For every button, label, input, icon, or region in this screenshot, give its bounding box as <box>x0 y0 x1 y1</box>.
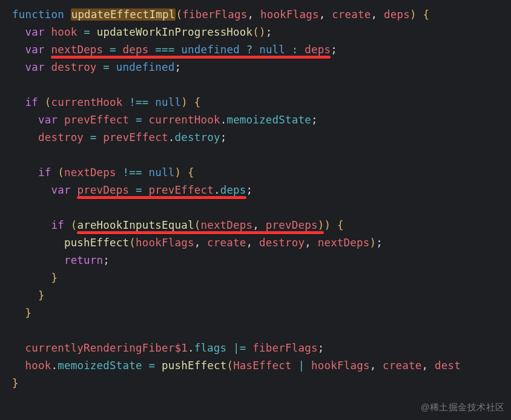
code-line: } <box>12 272 58 284</box>
code-line: } <box>12 307 31 319</box>
code-line <box>12 149 19 161</box>
code-line <box>12 202 19 214</box>
function-name-highlighted: updateEffectImpl <box>71 8 176 21</box>
code-line: return; <box>12 254 110 266</box>
code-line: hook.memoizedState = pushEffect(HasEffec… <box>12 359 461 372</box>
code-line: var prevDeps = prevEffect.deps; <box>12 184 252 196</box>
code-line: var prevEffect = currentHook.memoizedSta… <box>12 114 318 126</box>
watermark-text: @稀土掘金技术社区 <box>421 399 505 416</box>
code-line: if (currentHook !== null) { <box>12 96 201 108</box>
code-block: function updateEffectImpl(fiberFlags, ho… <box>0 0 511 392</box>
code-line: var destroy = undefined; <box>12 61 181 73</box>
keyword-function: function <box>12 8 64 21</box>
code-line: if (areHookInputsEqual(nextDeps, prevDep… <box>12 219 344 231</box>
code-line: var hook = updateWorkInProgressHook(); <box>12 26 272 38</box>
code-line <box>12 79 19 91</box>
code-line: pushEffect(hookFlags, create, destroy, n… <box>12 237 383 249</box>
code-line: if (nextDeps !== null) { <box>12 166 194 179</box>
code-line: currentlyRenderingFiber$1.flags |= fiber… <box>12 342 324 354</box>
code-line: } <box>12 377 19 389</box>
code-line: } <box>12 289 45 301</box>
code-line <box>12 324 19 336</box>
code-line: destroy = prevEffect.destroy; <box>12 131 226 143</box>
code-line: var nextDeps = deps === undefined ? null… <box>12 44 337 56</box>
code-line: function updateEffectImpl(fiberFlags, ho… <box>12 8 429 21</box>
